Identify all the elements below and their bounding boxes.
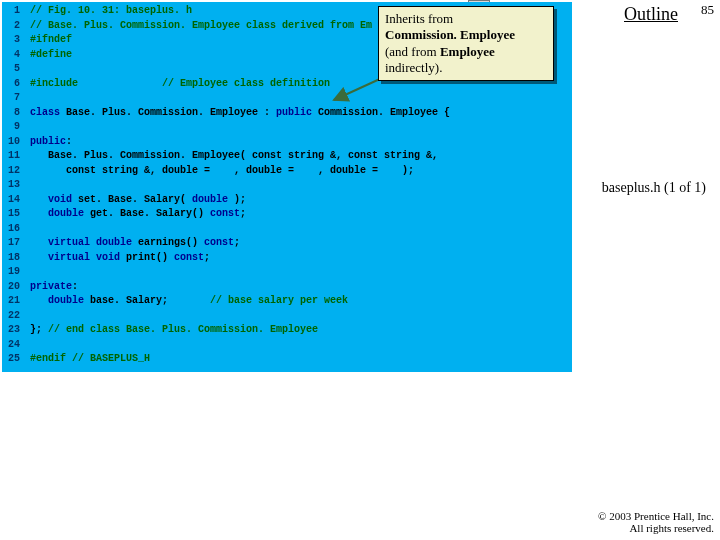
code-line: // Fig. 10. 31: baseplus. h xyxy=(30,5,192,16)
code-token: virtual double xyxy=(48,237,132,248)
code-token: double xyxy=(48,208,84,219)
code-token: earnings() xyxy=(132,237,204,248)
code-token: // base salary per week xyxy=(210,295,348,306)
code-token: Commission. Employee { xyxy=(312,107,450,118)
code-token xyxy=(78,78,162,89)
code-token: const xyxy=(174,252,204,263)
code-token: }; xyxy=(30,324,48,335)
line-num: 5 xyxy=(2,62,20,77)
callout-text: Inherits from xyxy=(385,11,453,26)
line-num: 18 xyxy=(2,251,20,266)
line-num: 24 xyxy=(2,338,20,353)
code-line: #ifndef xyxy=(30,34,72,45)
code-token: const xyxy=(210,208,240,219)
line-num: 15 xyxy=(2,207,20,222)
code-token: ; xyxy=(240,208,246,219)
line-num: 2 xyxy=(2,19,20,34)
code-token: #include xyxy=(30,78,78,89)
code-token: #endif xyxy=(30,353,66,364)
line-num: 1 xyxy=(2,4,20,19)
copyright-line: All rights reserved. xyxy=(598,522,714,534)
code-token: class xyxy=(30,107,60,118)
callout-text: Commission. Employee xyxy=(385,27,515,42)
code-token xyxy=(30,295,48,306)
line-num: 10 xyxy=(2,135,20,150)
code-token: : xyxy=(72,281,78,292)
callout-box: Inherits from Commission. Employee (and … xyxy=(378,6,554,81)
code-token: get. Base. Salary() xyxy=(84,208,210,219)
code-token: print() xyxy=(120,252,174,263)
code-token xyxy=(30,208,48,219)
code-line: // Base. Plus. Commission. Employee clas… xyxy=(30,20,372,31)
line-num: 8 xyxy=(2,106,20,121)
code-token: ; xyxy=(234,237,240,248)
line-num: 4 xyxy=(2,48,20,63)
code-token: // end class Base. Plus. Commission. Emp… xyxy=(48,324,318,335)
code-token: ); xyxy=(228,194,246,205)
code-line: const string &, double = , double = , do… xyxy=(30,165,414,176)
code-token: public xyxy=(276,107,312,118)
page-number: 85 xyxy=(701,2,714,18)
line-num: 20 xyxy=(2,280,20,295)
callout-text: indirectly). xyxy=(385,60,442,75)
outline-link[interactable]: Outline xyxy=(624,4,678,25)
line-num: 6 xyxy=(2,77,20,92)
code-token: double xyxy=(48,295,84,306)
code-token: Base. Plus. Commission. Employee : xyxy=(60,107,276,118)
code-token: set. Base. Salary( xyxy=(72,194,192,205)
copyright: © 2003 Prentice Hall, Inc. All rights re… xyxy=(598,510,714,534)
code-token: void xyxy=(48,194,72,205)
code-line: Base. Plus. Commission. Employee( const … xyxy=(30,150,438,161)
line-num: 23 xyxy=(2,323,20,338)
code-token: double xyxy=(192,194,228,205)
line-num: 13 xyxy=(2,178,20,193)
line-num: 19 xyxy=(2,265,20,280)
line-num: 11 xyxy=(2,149,20,164)
code-token: base. Salary; xyxy=(84,295,210,306)
line-num: 17 xyxy=(2,236,20,251)
code-token xyxy=(30,194,48,205)
line-num: 21 xyxy=(2,294,20,309)
line-num: 25 xyxy=(2,352,20,367)
code-token: // BASEPLUS_H xyxy=(66,353,150,364)
code-token xyxy=(30,252,48,263)
copyright-line: © 2003 Prentice Hall, Inc. xyxy=(598,510,714,522)
callout-text: (and from xyxy=(385,44,440,59)
file-label: baseplus.h (1 of 1) xyxy=(602,180,706,196)
line-num: 12 xyxy=(2,164,20,179)
code-token: public xyxy=(30,136,66,147)
code-token: const xyxy=(204,237,234,248)
code-token: virtual void xyxy=(48,252,120,263)
line-num: 7 xyxy=(2,91,20,106)
line-gutter: 1 2 3 4 5 6 7 8 9 10 11 12 13 14 15 16 1… xyxy=(2,2,24,372)
code-token: // Employee class definition xyxy=(162,78,330,89)
line-num: 14 xyxy=(2,193,20,208)
code-token: : xyxy=(66,136,72,147)
code-line: #define xyxy=(30,49,72,60)
callout-text: Employee xyxy=(440,44,495,59)
line-num: 22 xyxy=(2,309,20,324)
code-token xyxy=(30,237,48,248)
code-token: ; xyxy=(204,252,210,263)
line-num: 3 xyxy=(2,33,20,48)
line-num: 16 xyxy=(2,222,20,237)
code-token: private xyxy=(30,281,72,292)
line-num: 9 xyxy=(2,120,20,135)
